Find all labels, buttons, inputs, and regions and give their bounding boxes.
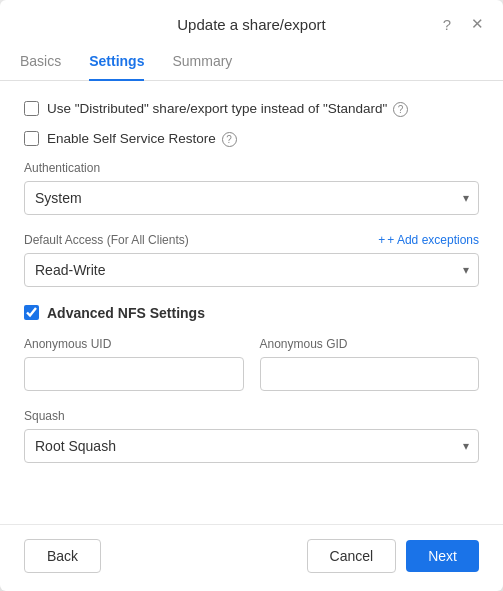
authentication-label: Authentication: [24, 161, 479, 175]
default-access-section: Default Access (For All Clients) ++ Add …: [24, 233, 479, 287]
self-service-label: Enable Self Service Restore ?: [47, 131, 237, 147]
advanced-nfs-checkbox[interactable]: [24, 305, 39, 320]
modal-title: Update a share/export: [177, 16, 325, 33]
distributed-label: Use "Distributed" share/export type inst…: [47, 101, 408, 117]
anon-gid-label: Anonymous GID: [260, 337, 480, 351]
default-access-select-wrapper: Read-Write Read-Only No Access ▾: [24, 253, 479, 287]
close-icon[interactable]: ✕: [467, 14, 487, 34]
anon-uid-input[interactable]: [24, 357, 244, 391]
anon-uid-field: Anonymous UID: [24, 337, 244, 391]
squash-select-wrapper: Root Squash All Squash No Squash ▾: [24, 429, 479, 463]
help-icon[interactable]: ?: [437, 14, 457, 34]
squash-label: Squash: [24, 409, 479, 423]
self-service-row: Enable Self Service Restore ?: [24, 131, 479, 147]
modal-body: Use "Distributed" share/export type inst…: [0, 81, 503, 524]
cancel-button[interactable]: Cancel: [307, 539, 397, 573]
authentication-section: Authentication System Kerberos 5 Kerbero…: [24, 161, 479, 215]
next-button[interactable]: Next: [406, 540, 479, 572]
tab-summary[interactable]: Summary: [172, 47, 232, 81]
modal: Update a share/export ? ✕ Basics Setting…: [0, 0, 503, 591]
modal-header-icons: ? ✕: [437, 14, 487, 34]
advanced-nfs-header: Advanced NFS Settings: [24, 305, 479, 321]
default-access-select[interactable]: Read-Write Read-Only No Access: [24, 253, 479, 287]
add-exceptions-link[interactable]: ++ Add exceptions: [378, 233, 479, 247]
authentication-select-wrapper: System Kerberos 5 Kerberos 5i Kerberos 5…: [24, 181, 479, 215]
tabs: Basics Settings Summary: [0, 33, 503, 81]
advanced-nfs-label: Advanced NFS Settings: [47, 305, 205, 321]
modal-footer: Back Cancel Next: [0, 524, 503, 591]
tab-settings[interactable]: Settings: [89, 47, 144, 81]
anon-uid-label: Anonymous UID: [24, 337, 244, 351]
squash-section: Squash Root Squash All Squash No Squash …: [24, 409, 479, 463]
uid-gid-row: Anonymous UID Anonymous GID: [24, 337, 479, 391]
distributed-row: Use "Distributed" share/export type inst…: [24, 101, 479, 117]
squash-select[interactable]: Root Squash All Squash No Squash: [24, 429, 479, 463]
back-button[interactable]: Back: [24, 539, 101, 573]
distributed-checkbox[interactable]: [24, 101, 39, 116]
anon-gid-field: Anonymous GID: [260, 337, 480, 391]
modal-header: Update a share/export ? ✕: [0, 0, 503, 33]
authentication-select[interactable]: System Kerberos 5 Kerberos 5i Kerberos 5…: [24, 181, 479, 215]
footer-right: Cancel Next: [307, 539, 479, 573]
default-access-label-row: Default Access (For All Clients) ++ Add …: [24, 233, 479, 247]
self-service-checkbox[interactable]: [24, 131, 39, 146]
self-service-help-icon[interactable]: ?: [222, 132, 237, 147]
anon-gid-input[interactable]: [260, 357, 480, 391]
distributed-help-icon[interactable]: ?: [393, 102, 408, 117]
tab-basics[interactable]: Basics: [20, 47, 61, 81]
advanced-nfs-section: Advanced NFS Settings Anonymous UID Anon…: [24, 305, 479, 463]
